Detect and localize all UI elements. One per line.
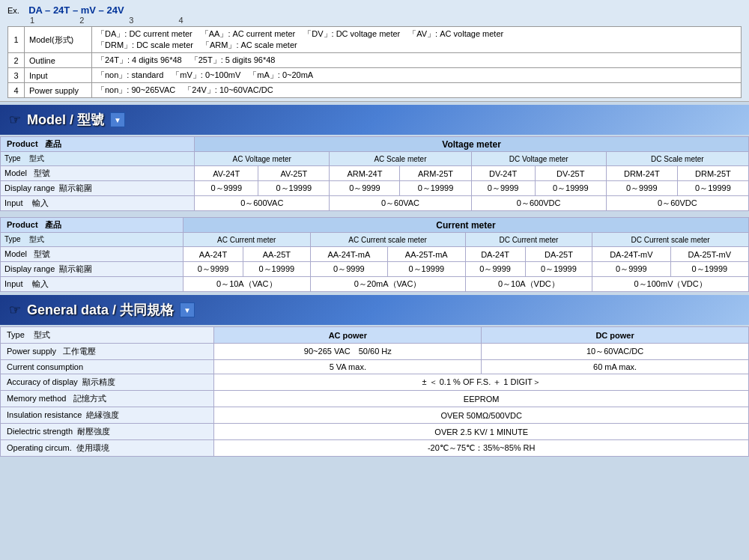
model-da25t-mv: DA-25T-mV — [670, 247, 748, 262]
table-row: Display range 顯示範圍 0～9999 0～19999 0～9999… — [1, 181, 749, 196]
input-10a-vdc: 0～10A（VDC） — [465, 277, 592, 292]
power-supply-dc: 10～60VAC/DC — [482, 344, 749, 360]
accuracy-value: ± ＜ 0.1 % OF F.S. ＋ 1 DIGIT＞ — [214, 374, 749, 391]
input-ac600v: 0～600VAC — [195, 196, 330, 211]
model-da24t: DA-24T — [465, 247, 525, 262]
ac-power-header: AC power — [214, 327, 482, 344]
input-label: Input 輸入 — [1, 196, 195, 211]
table-row: 3 Input 「non」: standard 「mV」: 0~100mV 「m… — [8, 68, 742, 83]
product-label: Product 產品 — [1, 137, 195, 152]
power-supply-ac: 90~265 VAC 50/60 Hz — [214, 344, 482, 360]
table-row: Power supply 工作電壓 90~265 VAC 50/60 Hz 10… — [1, 344, 749, 360]
dr-dv24t: 0～9999 — [471, 181, 535, 196]
dr-drm24t: 0～9999 — [606, 181, 677, 196]
dr-da24t-mv: 0～9999 — [592, 262, 670, 277]
table-row: Operating circum. 使用環境 -20℃～75℃：35%~85% … — [1, 440, 749, 457]
dr-arm24t: 0～9999 — [330, 181, 400, 196]
input-ac60v: 0～60VAC — [330, 196, 471, 211]
input-label: Input 輸入 — [1, 277, 184, 292]
row-value: 「non」: standard 「mV」: 0~100mV 「mA」: 0~20… — [92, 68, 742, 83]
dr-da25t: 0～19999 — [525, 262, 592, 277]
input-20ma-vac: 0～20mA（VAC） — [310, 277, 465, 292]
part-2: 2 — [79, 16, 84, 25]
example-title: Ex. DA – 24T – mV – 24V — [7, 4, 742, 16]
dr-av25t: 0～19999 — [258, 181, 330, 196]
ac-voltage-header: AC Voltage meter — [195, 152, 330, 166]
table-row: Dielectric strength 耐壓強度 OVER 2.5 KV/ 1 … — [1, 424, 749, 440]
hand-icon: ☞ — [9, 112, 21, 128]
model-section-title: Model / 型號 — [27, 111, 104, 129]
table-row: Type 型式 AC Voltage meter AC Scale meter … — [1, 152, 749, 166]
table-row: 4 Power supply 「non」: 90~265VAC 「24V」: 1… — [8, 83, 742, 98]
table-row: Current consumption 5 VA max. 60 mA max. — [1, 360, 749, 374]
memory-label: Memory method 記憶方式 — [1, 391, 214, 407]
dr-aa25t: 0～19999 — [243, 262, 311, 277]
model-aa25t-ma: AA-25T-mA — [388, 247, 465, 262]
general-section-title: General data / 共同規格 — [27, 301, 174, 319]
example-section: Ex. DA – 24T – mV – 24V 1 2 3 4 1 Model(… — [0, 0, 749, 102]
table-row: 1 Model(形式) 「DA」: DC current meter 「AA」:… — [8, 27, 742, 53]
table-row: Model 型號 AA-24T AA-25T AA-24T-mA AA-25T-… — [1, 247, 749, 262]
current-group-header: Current meter — [183, 218, 748, 233]
hand-icon-general: ☞ — [9, 302, 21, 318]
current-consumption-ac: 5 VA max. — [214, 360, 482, 374]
dc-voltage-header: DC Voltage meter — [471, 152, 606, 166]
type-label: Type 型式 — [1, 233, 184, 247]
table-row: Insulation resistance 絶縁強度 OVER 50MΩ/500… — [1, 407, 749, 424]
ac-scale-header: AC Scale meter — [330, 152, 471, 166]
power-supply-label: Power supply 工作電壓 — [1, 344, 214, 360]
dr-da25t-mv: 0～19999 — [670, 262, 748, 277]
row-value: 「non」: 90~265VAC 「24V」: 10~60VAC/DC — [92, 83, 742, 98]
row-label: Input — [25, 68, 92, 83]
voltage-group-header: Voltage meter — [195, 137, 749, 152]
display-range-label: Display range 顯示範圍 — [1, 181, 195, 196]
row-value: 「DA」: DC current meter 「AA」: AC current … — [92, 27, 742, 53]
dc-current-header: DC Current meter — [465, 233, 592, 247]
model-dv25t: DV-25T — [535, 166, 606, 181]
model-section-header: ☞ Model / 型號 ▼ — [0, 105, 749, 135]
input-dc60v: 0～60VDC — [606, 196, 748, 211]
table-row: Product 產品 Current meter — [1, 218, 749, 233]
spacer — [0, 211, 749, 216]
table-row: Memory method 記憶方式 EEPROM — [1, 391, 749, 407]
general-table: Type 型式 AC power DC power Power supply 工… — [0, 326, 749, 457]
operating-label: Operating circum. 使用環境 — [1, 440, 214, 457]
dr-arm25t: 0～19999 — [400, 181, 471, 196]
model-aa24t: AA-24T — [183, 247, 243, 262]
model-da24t-mv: DA-24T-mV — [592, 247, 670, 262]
model-aa25t: AA-25T — [243, 247, 311, 262]
voltage-table: Product 產品 Voltage meter Type 型式 AC Volt… — [0, 136, 749, 211]
dr-drm25t: 0～19999 — [677, 181, 748, 196]
model-dv24t: DV-24T — [471, 166, 535, 181]
dc-power-header: DC power — [482, 327, 749, 344]
dr-aa25t-ma: 0～19999 — [388, 262, 465, 277]
input-100mv-vdc: 0～100mV（VDC） — [592, 277, 749, 292]
type-label: Type 型式 — [1, 152, 195, 166]
display-range-label: Display range 顯示範圍 — [1, 262, 184, 277]
type-row-label: Type 型式 — [1, 327, 214, 344]
ac-current-header: AC Current meter — [183, 233, 310, 247]
dc-scale-header: DC Scale meter — [606, 152, 748, 166]
row-label: Outline — [25, 53, 92, 68]
general-section-header: ☞ General data / 共同規格 ▼ — [0, 295, 749, 325]
table-row: Model 型號 AV-24T AV-25T ARM-24T ARM-25T D… — [1, 166, 749, 181]
example-formula: DA – 24T – mV – 24V — [28, 4, 124, 16]
model-da25t: DA-25T — [525, 247, 592, 262]
table-row: Accuracy of display 顯示精度 ± ＜ 0.1 % OF F.… — [1, 374, 749, 391]
dr-aa24t-ma: 0～9999 — [310, 262, 387, 277]
ex-label: Ex. — [7, 6, 19, 15]
part-4: 4 — [178, 16, 183, 25]
input-10a-vac: 0～10A（VAC） — [183, 277, 310, 292]
dielectric-value: OVER 2.5 KV/ 1 MINUTE — [214, 424, 749, 440]
model-arm24t: ARM-24T — [330, 166, 400, 181]
dc-current-scale-header: DC Current scale meter — [592, 233, 749, 247]
model-dropdown-button[interactable]: ▼ — [110, 112, 125, 127]
table-row: Input 輸入 0～10A（VAC） 0～20mA（VAC） 0～10A（VD… — [1, 277, 749, 292]
insulation-label: Insulation resistance 絶縁強度 — [1, 407, 214, 424]
model-av24t: AV-24T — [195, 166, 258, 181]
row-num: 4 — [8, 83, 25, 98]
model-drm24t: DRM-24T — [606, 166, 677, 181]
row-label: Model(形式) — [25, 27, 92, 53]
row-num: 1 — [8, 27, 25, 53]
general-dropdown-button[interactable]: ▼ — [180, 302, 195, 317]
